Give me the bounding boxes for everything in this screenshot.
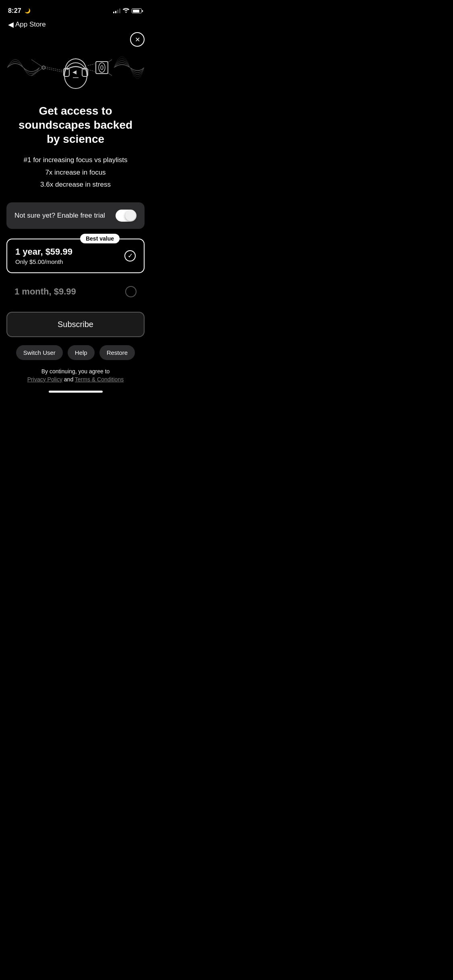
free-trial-label: Not sure yet? Enable free trial — [14, 212, 105, 220]
free-trial-toggle[interactable]: Not sure yet? Enable free trial — [6, 202, 145, 229]
svg-line-10 — [107, 60, 112, 63]
toggle-switch[interactable] — [116, 210, 137, 222]
help-button[interactable]: Help — [68, 345, 95, 360]
battery-icon — [132, 8, 143, 13]
plan-info-monthly: 1 month, $9.99 — [14, 286, 76, 297]
home-indicator — [49, 391, 103, 393]
svg-rect-7 — [96, 62, 108, 74]
svg-point-8 — [99, 63, 105, 72]
bottom-buttons: Switch User Help Restore — [0, 345, 151, 360]
plan-info-yearly: 1 year, $59.99 Only $5.00/month — [15, 247, 72, 265]
legal-and: and — [64, 376, 75, 383]
moon-icon: 🌙 — [25, 8, 31, 14]
legal-text: By continuing, you agree to Privacy Poli… — [0, 368, 151, 383]
subscribe-button[interactable]: Subscribe — [6, 312, 145, 337]
yearly-price: 1 year, $59.99 — [15, 247, 72, 257]
yearly-plan-card[interactable]: Best value 1 year, $59.99 Only $5.00/mon… — [6, 239, 145, 273]
back-arrow-icon: ◀ — [8, 20, 14, 29]
stats-section: #1 for increasing focus vs playlists 7x … — [0, 154, 151, 191]
monthly-plan-card[interactable]: 1 month, $9.99 — [6, 280, 145, 304]
plans-section: Best value 1 year, $59.99 Only $5.00/mon… — [0, 239, 151, 304]
toggle-knob — [125, 210, 136, 221]
svg-line-12 — [88, 64, 96, 66]
monthly-price: 1 month, $9.99 — [14, 286, 76, 297]
status-icons — [113, 8, 143, 14]
soundscape-illustration — [7, 35, 144, 100]
svg-line-13 — [88, 70, 96, 72]
signal-icon — [113, 8, 120, 13]
legal-line1: By continuing, you agree to — [8, 368, 143, 375]
restore-button[interactable]: Restore — [99, 345, 135, 360]
wifi-icon — [123, 8, 129, 14]
monthly-radio — [125, 286, 137, 297]
stat-line-1: #1 for increasing focus vs playlists — [8, 154, 143, 167]
nav-bar: ◀ App Store — [0, 18, 151, 31]
svg-line-11 — [107, 72, 112, 76]
switch-user-button[interactable]: Switch User — [16, 345, 63, 360]
back-button[interactable]: ◀ App Store — [8, 20, 46, 29]
svg-line-1 — [31, 60, 43, 68]
yearly-subprice: Only $5.00/month — [15, 258, 72, 265]
hero-illustration — [0, 31, 151, 104]
main-title: Get access to soundscapes backed by scie… — [0, 104, 151, 146]
terms-conditions-link[interactable]: Terms & Conditions — [75, 376, 124, 383]
yearly-radio: ✓ — [124, 250, 136, 261]
status-bar: 8:27 🌙 — [0, 0, 151, 18]
back-label: App Store — [15, 21, 46, 29]
legal-line2: Privacy Policy and Terms & Conditions — [8, 376, 143, 383]
stat-line-2: 7x increase in focus — [8, 167, 143, 179]
check-icon: ✓ — [128, 252, 133, 259]
best-value-badge: Best value — [80, 234, 120, 243]
privacy-policy-link[interactable]: Privacy Policy — [27, 376, 62, 383]
svg-point-9 — [101, 66, 103, 70]
close-button[interactable]: ✕ — [130, 32, 145, 47]
stat-line-3: 3.6x decrease in stress — [8, 179, 143, 191]
status-time: 8:27 — [8, 7, 21, 14]
